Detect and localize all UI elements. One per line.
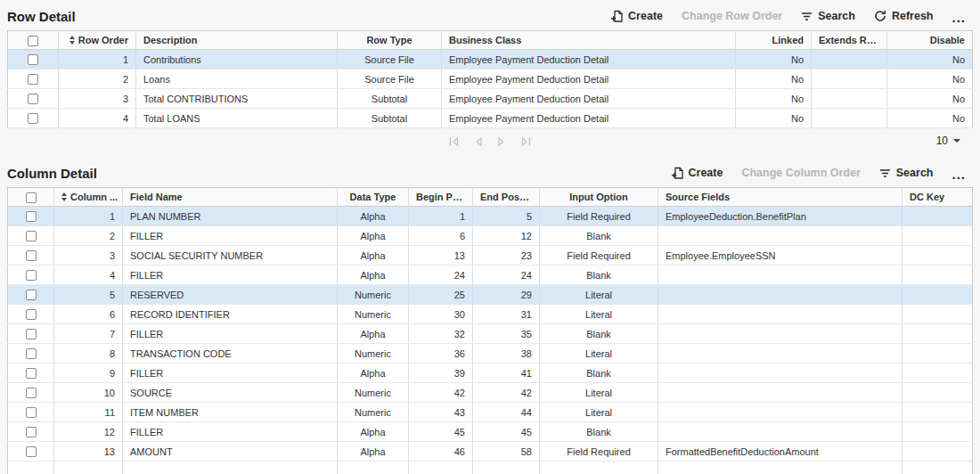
- column-header-row-order[interactable]: Row Order: [59, 31, 136, 50]
- table-row[interactable]: 13 AMOUNT Alpha 46 58 Field Required For…: [8, 442, 973, 462]
- column-header-source-fields[interactable]: Source Fields: [658, 188, 902, 207]
- column-header-dc-key[interactable]: DC Key: [902, 188, 973, 207]
- cell-column-order: 1: [54, 207, 123, 226]
- column-header-business-class[interactable]: Business Class: [442, 31, 736, 50]
- column-header-extends-row[interactable]: Extends Row: [812, 31, 887, 50]
- row-checkbox[interactable]: [28, 113, 38, 124]
- create-button[interactable]: Create: [611, 10, 663, 22]
- row-detail-title: Row Detail: [7, 9, 76, 24]
- cell-begin-position: 24: [409, 266, 473, 285]
- row-checkbox[interactable]: [26, 270, 37, 281]
- cell-field-name: RESERVED: [123, 285, 338, 305]
- last-page-button[interactable]: [520, 135, 532, 151]
- row-detail-header-row: Row Order Description Row Type Business …: [8, 31, 973, 50]
- table-row[interactable]: 1 PLAN NUMBER Alpha 1 5 Field Required E…: [8, 207, 973, 226]
- cell-field-name: TRANSACTION CODE: [123, 344, 338, 364]
- first-page-button[interactable]: [448, 135, 460, 151]
- table-row[interactable]: 8 TRANSACTION CODE Numeric 36 38 Literal: [8, 344, 973, 364]
- row-checkbox[interactable]: [26, 231, 37, 241]
- row-checkbox[interactable]: [26, 309, 37, 320]
- cell-column-order: 6: [54, 305, 123, 324]
- more-actions-button[interactable]: ...: [951, 10, 966, 22]
- cell-begin-position: 36: [409, 344, 473, 364]
- table-row[interactable]: 3 SOCIAL SECURITY NUMBER Alpha 13 23 Fie…: [8, 246, 973, 266]
- cell-source-fields: [658, 344, 902, 364]
- cell-source-fields: [658, 383, 902, 403]
- row-checkbox[interactable]: [26, 290, 37, 300]
- row-checkbox[interactable]: [26, 427, 37, 437]
- row-checkbox[interactable]: [26, 329, 37, 339]
- row-checkbox[interactable]: [26, 446, 37, 457]
- column-header-end-position[interactable]: End Position: [473, 188, 540, 207]
- cell-end-position: 58: [473, 442, 540, 462]
- column-detail-header-bar: Column Detail Create Change Column Order…: [0, 157, 980, 187]
- cell-field-name: FILLER: [123, 324, 338, 344]
- search-button[interactable]: Search: [801, 10, 855, 22]
- table-row-partial[interactable]: [8, 462, 973, 474]
- row-checkbox[interactable]: [28, 94, 38, 104]
- row-checkbox[interactable]: [26, 348, 37, 359]
- column-header-description[interactable]: Description: [136, 31, 338, 50]
- page-size-selector[interactable]: 10: [936, 135, 960, 147]
- cell-row-type: Source File: [338, 69, 442, 89]
- table-row[interactable]: 4 FILLER Alpha 24 24 Blank: [8, 266, 973, 285]
- select-all-checkbox[interactable]: [28, 36, 38, 46]
- row-checkbox[interactable]: [26, 368, 37, 379]
- cell-input-option: Blank: [540, 226, 658, 246]
- table-row[interactable]: 10 SOURCE Numeric 42 42 Literal: [8, 383, 973, 403]
- column-header-field-name[interactable]: Field Name: [123, 188, 338, 207]
- create-icon: [672, 167, 683, 179]
- refresh-button[interactable]: Refresh: [874, 10, 934, 22]
- select-all-checkbox[interactable]: [26, 192, 37, 203]
- table-row[interactable]: 7 FILLER Alpha 32 35 Blank: [8, 324, 973, 344]
- row-checkbox[interactable]: [28, 54, 38, 65]
- table-row[interactable]: 5 RESERVED Numeric 25 29 Literal: [8, 285, 973, 305]
- table-row[interactable]: 6 RECORD IDENTIFIER Numeric 30 31 Litera…: [8, 305, 973, 324]
- cell-linked: No: [736, 50, 812, 69]
- cell-source-fields: [658, 403, 902, 422]
- cell-end-position: 44: [473, 403, 540, 422]
- more-actions-button[interactable]: ...: [951, 167, 966, 179]
- column-header-column-order[interactable]: Column ...: [54, 188, 123, 207]
- table-row[interactable]: 2 Loans Source File Employee Payment Ded…: [8, 69, 973, 89]
- change-column-order-button[interactable]: Change Column Order: [741, 167, 860, 179]
- column-header-row-type[interactable]: Row Type: [338, 31, 442, 50]
- create-button[interactable]: Create: [672, 167, 723, 179]
- table-row[interactable]: 1 Contributions Source File Employee Pay…: [8, 50, 973, 69]
- cell-begin-position: 25: [409, 285, 473, 305]
- column-header-input-option[interactable]: Input Option: [540, 188, 658, 207]
- cell-business-class: Employee Payment Deduction Detail: [442, 109, 736, 128]
- column-header-disable[interactable]: Disable: [887, 31, 973, 50]
- table-row[interactable]: 12 FILLER Alpha 45 45 Blank: [8, 422, 973, 442]
- cell-dc-key: [902, 285, 973, 305]
- change-row-order-button[interactable]: Change Row Order: [682, 10, 782, 22]
- cell-field-name: FILLER: [123, 364, 338, 383]
- cell-dc-key: [902, 422, 973, 442]
- sort-icon: [69, 36, 75, 45]
- table-row[interactable]: 9 FILLER Alpha 39 41 Blank: [8, 364, 973, 383]
- table-row[interactable]: 2 FILLER Alpha 6 12 Blank: [8, 226, 973, 246]
- row-checkbox[interactable]: [28, 74, 38, 85]
- row-checkbox[interactable]: [26, 388, 37, 398]
- cell-end-position: 31: [473, 305, 540, 324]
- cell-end-position: 23: [473, 246, 540, 266]
- table-row[interactable]: 4 Total LOANS Subtotal Employee Payment …: [8, 109, 973, 128]
- cell-column-order: 9: [54, 364, 123, 383]
- previous-page-button[interactable]: [474, 135, 483, 151]
- table-row[interactable]: 3 Total CONTRIBUTIONS Subtotal Employee …: [8, 89, 973, 109]
- column-header-linked[interactable]: Linked: [736, 31, 812, 50]
- table-row[interactable]: 11 ITEM NUMBER Numeric 43 44 Literal: [8, 403, 973, 422]
- next-page-button[interactable]: [497, 135, 506, 151]
- row-checkbox[interactable]: [26, 250, 37, 261]
- cell-input-option: Blank: [540, 266, 658, 285]
- column-header-begin-position[interactable]: Begin Position: [409, 188, 473, 207]
- cell-linked: No: [736, 89, 812, 109]
- search-button[interactable]: Search: [879, 167, 934, 179]
- row-checkbox[interactable]: [26, 211, 37, 222]
- cell-dc-key: [902, 226, 973, 246]
- cell-end-position: 35: [473, 324, 540, 344]
- row-checkbox[interactable]: [26, 407, 37, 418]
- column-header-data-type[interactable]: Data Type: [338, 188, 409, 207]
- cell-row-order: 2: [59, 69, 136, 89]
- cell-column-order: 10: [54, 383, 123, 403]
